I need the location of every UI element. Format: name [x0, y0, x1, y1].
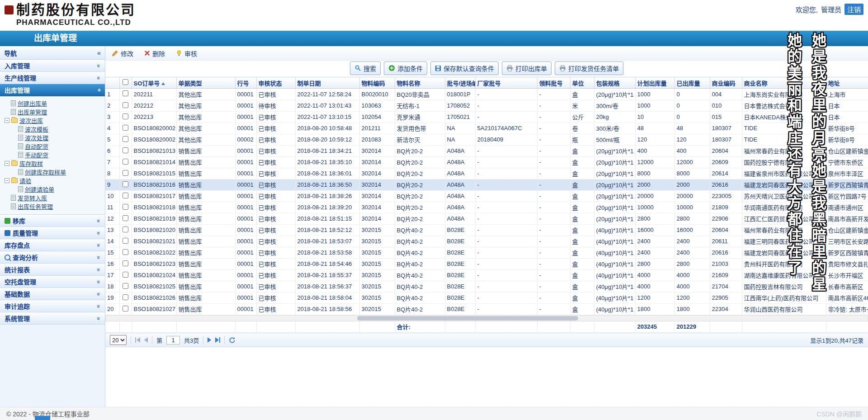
previous-page-button[interactable]: [144, 337, 148, 343]
row-select-cell[interactable]: [119, 202, 132, 213]
row-checkbox[interactable]: [123, 90, 128, 96]
row-select-cell[interactable]: [119, 179, 132, 190]
table-row[interactable]: 13BSO180821020销售出库00001已审核2018-08-21 18:…: [105, 224, 868, 236]
row-select-cell[interactable]: [119, 190, 132, 202]
sidebar-section-quality[interactable]: 质量管理 »: [0, 227, 105, 239]
row-checkbox[interactable]: [123, 204, 128, 210]
table-row[interactable]: 16BSO180821023销售出库00001已审核2018-08-21 18:…: [105, 258, 868, 269]
col-header-planned-qty[interactable]: 计划出库量: [635, 77, 675, 89]
row-select-cell[interactable]: [119, 168, 132, 179]
col-header-batch-no[interactable]: 批号/进场编号: [445, 77, 475, 89]
audit-button[interactable]: 审核: [176, 49, 197, 58]
sidebar-section-system[interactable]: 系统管理 »: [0, 312, 105, 325]
first-page-button[interactable]: [135, 337, 140, 343]
table-row[interactable]: 4BSO180820002其他出库00001已审核2018-08-20 10:5…: [105, 123, 868, 134]
col-header-material-code[interactable]: 物料编码: [359, 77, 395, 89]
tree-item-wave-process[interactable]: 波次处理: [4, 133, 103, 142]
row-checkbox[interactable]: [123, 272, 128, 278]
row-checkbox[interactable]: [123, 136, 128, 142]
sidebar-section-outbound[interactable]: 出库管理 »: [0, 84, 105, 96]
table-row[interactable]: 14BSO180821021销售出库00001已审核2018-08-21 18:…: [105, 236, 868, 247]
col-header-business-code[interactable]: 商业编码: [710, 77, 742, 89]
delete-button[interactable]: 删除: [144, 49, 165, 58]
print-order-button[interactable]: 打印出库单: [502, 61, 552, 75]
row-checkbox[interactable]: [123, 306, 128, 311]
table-row[interactable]: 10BSO180821017销售出库00001已审核2018-08-21 18:…: [105, 190, 868, 202]
sidebar-section-audit[interactable]: 审计追踪 »: [0, 300, 105, 312]
row-checkbox[interactable]: [123, 125, 128, 131]
col-header-out-qty[interactable]: 已出库量: [675, 77, 710, 89]
table-row[interactable]: 7BSO180821014销售出库00001已审核2018-08-21 18:3…: [105, 156, 868, 168]
table-row[interactable]: 8BSO180821015销售出库00001已审核2018-08-21 18:3…: [105, 168, 868, 179]
horizontal-scrollbar-thumb[interactable]: [357, 316, 578, 321]
tree-item-order-mgmt[interactable]: 出库单管理: [4, 108, 103, 116]
collapse-minus-icon[interactable]: [5, 178, 9, 183]
table-row[interactable]: 12BSO180821019销售出库00001已审核2018-08-21 18:…: [105, 213, 868, 224]
last-page-button[interactable]: [215, 337, 220, 343]
col-header-doc-type[interactable]: 单据类型: [176, 77, 235, 89]
row-select-cell[interactable]: [119, 111, 132, 123]
sidebar-collapse-icon[interactable]: «: [97, 49, 101, 57]
row-select-cell[interactable]: [119, 134, 132, 145]
sidebar-section-query[interactable]: 查询分析 »: [0, 251, 105, 264]
col-header-address[interactable]: 地址: [826, 77, 868, 89]
collapse-minus-icon[interactable]: [5, 161, 9, 166]
tree-item-ship-to-stock[interactable]: 发货转入库: [4, 193, 103, 202]
row-checkbox[interactable]: [123, 170, 128, 176]
sidebar-section-basic[interactable]: 基础数据 »: [0, 288, 105, 300]
select-all-checkbox[interactable]: [123, 79, 128, 85]
sidebar-section-production[interactable]: 生产线管理 »: [0, 72, 105, 84]
add-condition-button[interactable]: 添加条件: [384, 61, 427, 75]
row-select-cell[interactable]: [119, 269, 132, 281]
row-select-cell[interactable]: [119, 213, 132, 224]
tree-item-manual-alloc[interactable]: 手动配货: [4, 151, 103, 159]
username-link[interactable]: 管理员: [821, 5, 841, 14]
row-select-cell[interactable]: [119, 224, 132, 236]
col-header-line-no[interactable]: 行号: [235, 77, 256, 89]
row-select-cell[interactable]: [119, 281, 132, 292]
col-header-business-name[interactable]: 商业名称: [742, 77, 826, 89]
col-header-factory-batch[interactable]: 厂家批号: [475, 77, 537, 89]
refresh-button[interactable]: [229, 337, 236, 344]
table-row[interactable]: 2202212其他出库00001待审核2022-11-07 13:01:4310…: [105, 100, 868, 111]
save-default-button[interactable]: 保存默认查询条件: [430, 61, 499, 75]
row-checkbox[interactable]: [123, 227, 128, 232]
table-row[interactable]: 1202211其他出库00001已审核2022-11-07 12:58:24B0…: [105, 89, 868, 100]
edit-button[interactable]: 修改: [112, 49, 133, 58]
row-checkbox[interactable]: [123, 193, 128, 198]
table-row[interactable]: 19BSO180821026销售出库00001已审核2018-08-21 18:…: [105, 292, 868, 303]
horizontal-scrollbar[interactable]: [105, 315, 868, 321]
row-checkbox[interactable]: [123, 102, 128, 108]
tree-item-create-inspection[interactable]: 创建请验单: [4, 185, 103, 193]
row-select-cell[interactable]: [119, 236, 132, 247]
row-select-cell[interactable]: [119, 247, 132, 258]
tree-item-create-sampling[interactable]: 创建库存取样单: [4, 168, 103, 176]
row-checkbox[interactable]: [123, 260, 128, 266]
col-header-select[interactable]: [119, 77, 132, 89]
col-header-so-order[interactable]: SO订单号: [132, 77, 176, 89]
search-button[interactable]: 搜索: [350, 61, 381, 75]
row-select-cell[interactable]: [119, 123, 132, 134]
tree-folder-inspection[interactable]: 请验: [4, 176, 103, 185]
collapse-minus-icon[interactable]: [5, 118, 9, 123]
row-checkbox[interactable]: [123, 249, 128, 255]
row-select-cell[interactable]: [119, 303, 132, 315]
table-row[interactable]: 5BSO180820002其他出库00002已审核2018-08-20 10:5…: [105, 134, 868, 145]
table-row[interactable]: 11BSO180821018销售出库00001已审核2018-08-21 18:…: [105, 202, 868, 213]
row-checkbox[interactable]: [123, 159, 128, 165]
row-select-cell[interactable]: [119, 258, 132, 269]
row-checkbox[interactable]: [123, 283, 128, 289]
page-size-select[interactable]: 20: [110, 335, 127, 345]
row-checkbox[interactable]: [123, 113, 128, 119]
row-checkbox[interactable]: [123, 294, 128, 300]
table-row[interactable]: 6BSO180821013销售出库00001已审核2018-08-21 18:3…: [105, 145, 868, 156]
tree-folder-wave[interactable]: 波次出库: [4, 116, 103, 125]
print-task-button[interactable]: 打印发货任务清单: [555, 61, 623, 75]
row-checkbox[interactable]: [123, 238, 128, 244]
page-number-input[interactable]: [166, 336, 180, 344]
sidebar-section-inbound[interactable]: 入库管理 »: [0, 60, 105, 72]
sidebar-section-report[interactable]: 统计报表 »: [0, 264, 105, 276]
logout-button[interactable]: 注销: [844, 4, 863, 15]
col-header-material-name[interactable]: 物料名称: [395, 77, 445, 89]
row-select-cell[interactable]: [119, 145, 132, 156]
